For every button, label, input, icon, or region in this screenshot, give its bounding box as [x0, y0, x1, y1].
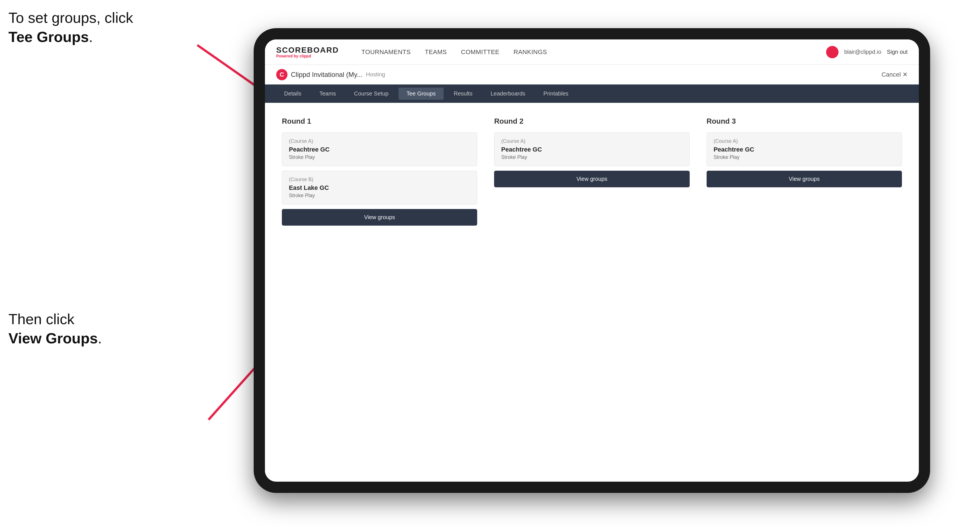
round-1-course-a-format: Stroke Play: [289, 154, 470, 160]
round-1-course-a-name: Peachtree GC: [289, 146, 470, 153]
tournament-status: Hosting: [366, 71, 385, 78]
main-content: Round 1 (Course A) Peachtree GC Stroke P…: [265, 103, 919, 482]
instruction-top-line1: To set groups, click: [8, 10, 133, 26]
instruction-top-punct: .: [89, 29, 93, 45]
round-2-course-a-label: (Course A): [501, 138, 682, 144]
clippd-logo: C: [276, 69, 288, 80]
round-2-title: Round 2: [494, 117, 689, 125]
round-3-title: Round 3: [706, 117, 902, 125]
instruction-bottom-punct: .: [98, 330, 102, 346]
nav-committee[interactable]: COMMITTEE: [461, 48, 500, 56]
user-email: blair@clippd.io: [844, 49, 881, 55]
nav-rankings[interactable]: RANKINGS: [514, 48, 547, 56]
tab-details[interactable]: Details: [276, 87, 309, 100]
tablet-screen: SCOREBOARD Powered by clippd TOURNAMENTS…: [265, 40, 919, 482]
top-nav: SCOREBOARD Powered by clippd TOURNAMENTS…: [265, 40, 919, 65]
round-3-course-a-card: (Course A) Peachtree GC Stroke Play: [706, 132, 902, 166]
round-1-course-b-format: Stroke Play: [289, 193, 470, 198]
instruction-bottom: Then click View Groups.: [8, 310, 102, 348]
tab-printables[interactable]: Printables: [536, 87, 576, 100]
round-1-column: Round 1 (Course A) Peachtree GC Stroke P…: [282, 117, 477, 225]
tab-leaderboards[interactable]: Leaderboards: [482, 87, 533, 100]
tab-course-setup[interactable]: Course Setup: [346, 87, 396, 100]
instruction-top-bold: Tee Groups: [8, 29, 89, 45]
round-1-course-b-card: (Course B) East Lake GC Stroke Play: [282, 171, 477, 205]
tab-bar: Details Teams Course Setup Tee Groups Re…: [265, 84, 919, 103]
round-2-column: Round 2 (Course A) Peachtree GC Stroke P…: [494, 117, 689, 225]
round-3-view-groups-button[interactable]: View groups: [706, 171, 902, 187]
round-1-course-a-card: (Course A) Peachtree GC Stroke Play: [282, 132, 477, 166]
sign-out-link[interactable]: Sign out: [887, 49, 908, 55]
cancel-button[interactable]: Cancel ✕: [881, 71, 908, 78]
nav-teams[interactable]: TEAMS: [425, 48, 447, 56]
tournament-title: Clippd Invitational (My...: [291, 71, 363, 79]
logo-subtext: Powered by clippd: [276, 54, 339, 58]
round-2-course-a-name: Peachtree GC: [501, 146, 682, 153]
instruction-top: To set groups, click Tee Groups.: [8, 8, 133, 46]
round-1-title: Round 1: [282, 117, 477, 125]
round-1-course-a-label: (Course A): [289, 138, 470, 144]
user-avatar: [826, 46, 838, 58]
round-2-course-a-format: Stroke Play: [501, 154, 682, 160]
tablet-device: SCOREBOARD Powered by clippd TOURNAMENTS…: [254, 28, 930, 493]
tournament-name: C Clippd Invitational (My... Hosting: [276, 69, 385, 80]
tab-results[interactable]: Results: [446, 87, 480, 100]
tournament-bar: C Clippd Invitational (My... Hosting Can…: [265, 65, 919, 84]
round-2-course-a-card: (Course A) Peachtree GC Stroke Play: [494, 132, 689, 166]
round-3-course-a-name: Peachtree GC: [714, 146, 895, 153]
round-1-course-b-label: (Course B): [289, 176, 470, 183]
round-1-view-groups-button[interactable]: View groups: [282, 209, 477, 225]
tab-tee-groups[interactable]: Tee Groups: [399, 87, 443, 100]
round-3-column: Round 3 (Course A) Peachtree GC Stroke P…: [706, 117, 902, 225]
instruction-bottom-line1: Then click: [8, 311, 75, 327]
nav-tournaments[interactable]: TOURNAMENTS: [361, 48, 410, 56]
round-3-course-a-format: Stroke Play: [714, 154, 895, 160]
round-2-view-groups-button[interactable]: View groups: [494, 171, 689, 187]
instruction-bottom-bold: View Groups: [8, 330, 98, 346]
logo: SCOREBOARD Powered by clippd: [276, 46, 339, 58]
logo-text: SCOREBOARD: [276, 46, 339, 54]
nav-links: TOURNAMENTS TEAMS COMMITTEE RANKINGS: [361, 48, 547, 56]
round-1-course-b-name: East Lake GC: [289, 184, 470, 192]
nav-right: blair@clippd.io Sign out: [826, 46, 908, 58]
tab-teams[interactable]: Teams: [312, 87, 344, 100]
round-3-course-a-label: (Course A): [714, 138, 895, 144]
rounds-container: Round 1 (Course A) Peachtree GC Stroke P…: [282, 117, 902, 225]
